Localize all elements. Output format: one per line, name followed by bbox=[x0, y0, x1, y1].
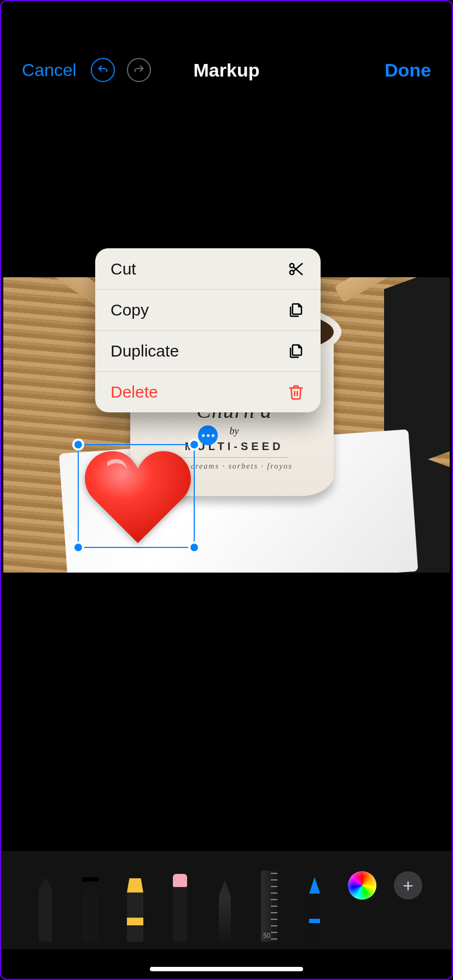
tool-brush[interactable] bbox=[300, 865, 329, 942]
header-bar: Cancel Markup Done bbox=[1, 54, 452, 86]
markup-toolbar: 50 + bbox=[1, 851, 452, 949]
done-button[interactable]: Done bbox=[385, 60, 431, 81]
cup-by-text: by bbox=[163, 425, 305, 437]
menu-item-duplicate[interactable]: Duplicate bbox=[95, 330, 321, 371]
cancel-button[interactable]: Cancel bbox=[22, 60, 77, 80]
tool-highlighter[interactable] bbox=[120, 865, 150, 942]
heart-sticker[interactable] bbox=[83, 447, 193, 545]
menu-label: Duplicate bbox=[111, 342, 179, 360]
ruler-mark: 50 bbox=[263, 932, 270, 940]
menu-item-delete[interactable]: Delete bbox=[95, 371, 321, 412]
tool-eraser[interactable] bbox=[165, 865, 195, 942]
resize-handle-bottom-left[interactable] bbox=[72, 541, 84, 553]
tool-pencil[interactable] bbox=[210, 865, 240, 942]
redo-icon bbox=[133, 64, 145, 76]
home-indicator[interactable] bbox=[150, 967, 303, 971]
add-button[interactable]: + bbox=[394, 871, 422, 900]
selection-more-button[interactable] bbox=[198, 425, 218, 445]
undo-button[interactable] bbox=[91, 58, 115, 82]
color-picker-button[interactable] bbox=[348, 871, 376, 900]
context-menu: Cut Copy Duplicate Delete bbox=[95, 248, 321, 412]
tool-ruler[interactable]: 50 bbox=[255, 865, 284, 942]
menu-label: Delete bbox=[111, 383, 158, 401]
markup-screen: Cancel Markup Done Churn'd by MULTI-SEED… bbox=[0, 0, 453, 980]
menu-label: Cut bbox=[111, 260, 136, 278]
undo-icon bbox=[97, 64, 109, 76]
resize-handle-top-left[interactable] bbox=[72, 439, 84, 451]
documents-icon bbox=[287, 301, 305, 319]
trash-icon bbox=[287, 383, 305, 401]
scissors-icon bbox=[287, 260, 305, 278]
menu-label: Copy bbox=[111, 301, 149, 319]
tool-marker[interactable] bbox=[76, 865, 105, 942]
heart-icon bbox=[83, 447, 193, 545]
menu-item-cut[interactable]: Cut bbox=[95, 248, 321, 289]
menu-item-copy[interactable]: Copy bbox=[95, 289, 321, 330]
tool-pen[interactable] bbox=[31, 865, 60, 942]
duplicate-icon bbox=[287, 342, 305, 360]
redo-button bbox=[127, 58, 151, 82]
